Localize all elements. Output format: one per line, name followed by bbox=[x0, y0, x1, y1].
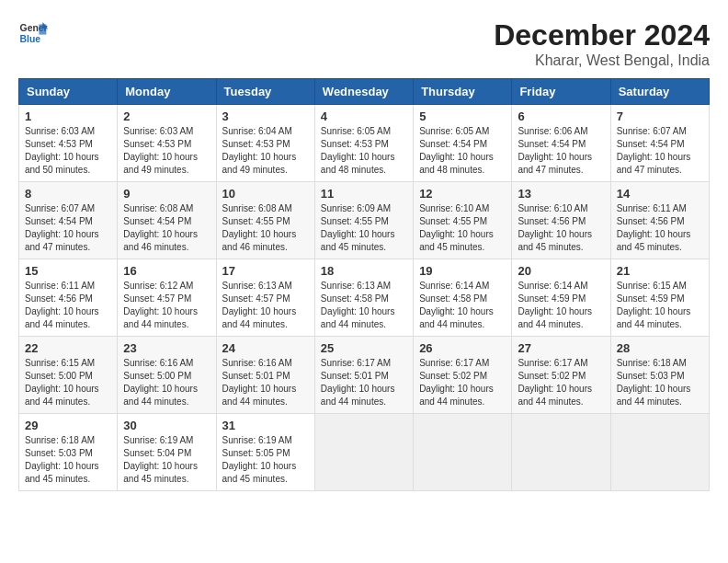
calendar-day-cell: 18 Sunrise: 6:13 AM Sunset: 4:58 PM Dayl… bbox=[314, 259, 413, 337]
calendar-day-cell bbox=[414, 414, 512, 491]
day-info: Sunrise: 6:14 AM Sunset: 4:59 PM Dayligh… bbox=[518, 280, 604, 331]
col-monday: Monday bbox=[118, 79, 216, 105]
calendar-day-cell: 7 Sunrise: 6:07 AM Sunset: 4:54 PM Dayli… bbox=[610, 105, 709, 182]
calendar-day-cell: 25 Sunrise: 6:17 AM Sunset: 5:01 PM Dayl… bbox=[314, 337, 413, 414]
calendar-day-cell: 31 Sunrise: 6:19 AM Sunset: 5:05 PM Dayl… bbox=[216, 414, 314, 491]
logo: General Blue bbox=[18, 18, 48, 48]
day-info: Sunrise: 6:05 AM Sunset: 4:54 PM Dayligh… bbox=[419, 125, 506, 177]
day-number: 8 bbox=[25, 187, 111, 201]
day-info: Sunrise: 6:18 AM Sunset: 5:03 PM Dayligh… bbox=[25, 434, 111, 486]
calendar-week-row: 8 Sunrise: 6:07 AM Sunset: 4:54 PM Dayli… bbox=[19, 182, 710, 259]
calendar-day-cell: 28 Sunrise: 6:18 AM Sunset: 5:03 PM Dayl… bbox=[610, 337, 709, 414]
day-number: 20 bbox=[518, 264, 604, 278]
day-info: Sunrise: 6:19 AM Sunset: 5:04 PM Dayligh… bbox=[123, 434, 210, 486]
day-number: 30 bbox=[123, 419, 210, 432]
col-saturday: Saturday bbox=[610, 79, 709, 105]
day-info: Sunrise: 6:10 AM Sunset: 4:56 PM Dayligh… bbox=[518, 202, 604, 254]
day-info: Sunrise: 6:19 AM Sunset: 5:05 PM Dayligh… bbox=[222, 434, 309, 486]
day-number: 4 bbox=[321, 109, 407, 123]
day-number: 13 bbox=[518, 187, 604, 201]
day-number: 5 bbox=[419, 109, 506, 123]
day-number: 31 bbox=[222, 419, 309, 432]
day-info: Sunrise: 6:03 AM Sunset: 4:53 PM Dayligh… bbox=[25, 125, 111, 177]
calendar-week-row: 15 Sunrise: 6:11 AM Sunset: 4:56 PM Dayl… bbox=[19, 259, 710, 337]
day-number: 14 bbox=[617, 187, 703, 201]
calendar-day-cell: 19 Sunrise: 6:14 AM Sunset: 4:58 PM Dayl… bbox=[414, 259, 512, 337]
day-number: 27 bbox=[518, 341, 604, 355]
day-number: 1 bbox=[25, 109, 111, 123]
day-info: Sunrise: 6:08 AM Sunset: 4:55 PM Dayligh… bbox=[222, 202, 309, 254]
logo-icon: General Blue bbox=[18, 18, 48, 48]
day-info: Sunrise: 6:04 AM Sunset: 4:53 PM Dayligh… bbox=[222, 125, 309, 177]
day-info: Sunrise: 6:16 AM Sunset: 5:01 PM Dayligh… bbox=[222, 357, 309, 408]
day-number: 3 bbox=[222, 109, 309, 123]
svg-text:Blue: Blue bbox=[20, 34, 41, 44]
calendar-day-cell: 27 Sunrise: 6:17 AM Sunset: 5:02 PM Dayl… bbox=[512, 337, 610, 414]
day-number: 15 bbox=[25, 264, 111, 278]
calendar-week-row: 22 Sunrise: 6:15 AM Sunset: 5:00 PM Dayl… bbox=[19, 337, 710, 414]
calendar-day-cell: 2 Sunrise: 6:03 AM Sunset: 4:53 PM Dayli… bbox=[118, 105, 216, 182]
day-info: Sunrise: 6:07 AM Sunset: 4:54 PM Dayligh… bbox=[25, 202, 111, 254]
calendar-day-cell: 24 Sunrise: 6:16 AM Sunset: 5:01 PM Dayl… bbox=[216, 337, 314, 414]
col-tuesday: Tuesday bbox=[216, 79, 314, 105]
day-info: Sunrise: 6:05 AM Sunset: 4:53 PM Dayligh… bbox=[321, 125, 407, 177]
calendar-day-cell: 10 Sunrise: 6:08 AM Sunset: 4:55 PM Dayl… bbox=[216, 182, 314, 259]
calendar-day-cell bbox=[610, 414, 709, 491]
day-number: 21 bbox=[617, 264, 703, 278]
day-number: 17 bbox=[222, 264, 309, 278]
day-number: 11 bbox=[321, 187, 407, 201]
day-info: Sunrise: 6:18 AM Sunset: 5:03 PM Dayligh… bbox=[617, 357, 703, 408]
day-info: Sunrise: 6:16 AM Sunset: 5:00 PM Dayligh… bbox=[123, 357, 210, 408]
col-thursday: Thursday bbox=[414, 79, 512, 105]
calendar-day-cell: 3 Sunrise: 6:04 AM Sunset: 4:53 PM Dayli… bbox=[216, 105, 314, 182]
calendar-day-cell: 8 Sunrise: 6:07 AM Sunset: 4:54 PM Dayli… bbox=[19, 182, 118, 259]
calendar-week-row: 29 Sunrise: 6:18 AM Sunset: 5:03 PM Dayl… bbox=[19, 414, 710, 491]
day-number: 10 bbox=[222, 187, 309, 201]
calendar-day-cell: 11 Sunrise: 6:09 AM Sunset: 4:55 PM Dayl… bbox=[314, 182, 413, 259]
day-number: 23 bbox=[123, 341, 210, 355]
day-number: 22 bbox=[25, 341, 111, 355]
calendar-day-cell: 1 Sunrise: 6:03 AM Sunset: 4:53 PM Dayli… bbox=[19, 105, 118, 182]
day-number: 18 bbox=[321, 264, 407, 278]
day-info: Sunrise: 6:14 AM Sunset: 4:58 PM Dayligh… bbox=[419, 280, 506, 331]
calendar-day-cell: 5 Sunrise: 6:05 AM Sunset: 4:54 PM Dayli… bbox=[414, 105, 512, 182]
calendar-day-cell: 15 Sunrise: 6:11 AM Sunset: 4:56 PM Dayl… bbox=[19, 259, 118, 337]
calendar-day-cell: 9 Sunrise: 6:08 AM Sunset: 4:54 PM Dayli… bbox=[118, 182, 216, 259]
calendar-day-cell: 26 Sunrise: 6:17 AM Sunset: 5:02 PM Dayl… bbox=[414, 337, 512, 414]
day-number: 24 bbox=[222, 341, 309, 355]
day-number: 28 bbox=[617, 341, 703, 355]
page-header: General Blue December 2024 Kharar, West … bbox=[18, 18, 710, 69]
day-number: 7 bbox=[617, 109, 703, 123]
day-info: Sunrise: 6:03 AM Sunset: 4:53 PM Dayligh… bbox=[123, 125, 210, 177]
day-info: Sunrise: 6:12 AM Sunset: 4:57 PM Dayligh… bbox=[123, 280, 210, 331]
day-info: Sunrise: 6:17 AM Sunset: 5:02 PM Dayligh… bbox=[518, 357, 604, 408]
day-info: Sunrise: 6:11 AM Sunset: 4:56 PM Dayligh… bbox=[25, 280, 111, 331]
day-number: 2 bbox=[123, 109, 210, 123]
day-info: Sunrise: 6:06 AM Sunset: 4:54 PM Dayligh… bbox=[518, 125, 604, 177]
calendar-day-cell: 21 Sunrise: 6:15 AM Sunset: 4:59 PM Dayl… bbox=[610, 259, 709, 337]
col-wednesday: Wednesday bbox=[314, 79, 413, 105]
col-sunday: Sunday bbox=[19, 79, 118, 105]
day-number: 19 bbox=[419, 264, 506, 278]
day-info: Sunrise: 6:07 AM Sunset: 4:54 PM Dayligh… bbox=[617, 125, 703, 177]
col-friday: Friday bbox=[512, 79, 610, 105]
day-info: Sunrise: 6:08 AM Sunset: 4:54 PM Dayligh… bbox=[123, 202, 210, 254]
day-info: Sunrise: 6:17 AM Sunset: 5:02 PM Dayligh… bbox=[419, 357, 506, 408]
calendar-day-cell: 6 Sunrise: 6:06 AM Sunset: 4:54 PM Dayli… bbox=[512, 105, 610, 182]
calendar-day-cell: 14 Sunrise: 6:11 AM Sunset: 4:56 PM Dayl… bbox=[610, 182, 709, 259]
calendar-day-cell bbox=[512, 414, 610, 491]
calendar-day-cell: 16 Sunrise: 6:12 AM Sunset: 4:57 PM Dayl… bbox=[118, 259, 216, 337]
calendar-day-cell: 17 Sunrise: 6:13 AM Sunset: 4:57 PM Dayl… bbox=[216, 259, 314, 337]
location: Kharar, West Bengal, India bbox=[494, 52, 710, 69]
calendar-week-row: 1 Sunrise: 6:03 AM Sunset: 4:53 PM Dayli… bbox=[19, 105, 710, 182]
calendar-day-cell: 13 Sunrise: 6:10 AM Sunset: 4:56 PM Dayl… bbox=[512, 182, 610, 259]
day-number: 6 bbox=[518, 109, 604, 123]
day-info: Sunrise: 6:17 AM Sunset: 5:01 PM Dayligh… bbox=[321, 357, 407, 408]
calendar-day-cell bbox=[314, 414, 413, 491]
day-number: 29 bbox=[25, 419, 111, 432]
calendar-day-cell: 23 Sunrise: 6:16 AM Sunset: 5:00 PM Dayl… bbox=[118, 337, 216, 414]
day-info: Sunrise: 6:13 AM Sunset: 4:57 PM Dayligh… bbox=[222, 280, 309, 331]
day-info: Sunrise: 6:09 AM Sunset: 4:55 PM Dayligh… bbox=[321, 202, 407, 254]
day-number: 26 bbox=[419, 341, 506, 355]
day-info: Sunrise: 6:15 AM Sunset: 5:00 PM Dayligh… bbox=[25, 357, 111, 408]
